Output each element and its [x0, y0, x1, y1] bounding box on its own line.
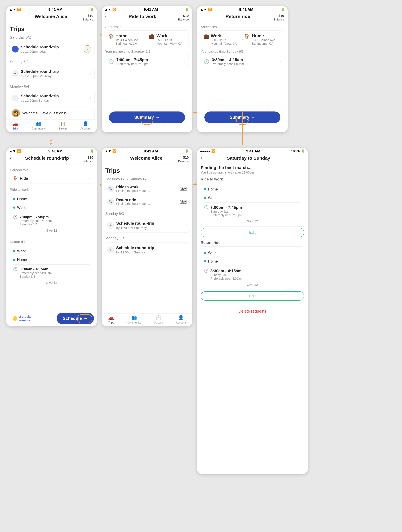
nav-community-1[interactable]: 👥 Community [32, 121, 46, 130]
battery-2: 🔋 [185, 7, 189, 12]
trip-info-2: Schedule round-trip by 12:00pm Saturday [21, 69, 90, 78]
give-return-6: Give $2 [204, 282, 301, 287]
nav-label-stream-1: Stream [59, 127, 68, 130]
home-dot-4 [13, 198, 15, 200]
work-dot-4b [13, 250, 15, 252]
phone-1: ▲▼ 🛜 9:41 AM 🔋 Welcome Alice $10 Balance… [6, 6, 97, 133]
welcome-text-1: Welcome! Have questions? [22, 111, 67, 115]
home-icon-3: 🏠 [245, 33, 250, 39]
summary-arrow-3: → [251, 115, 255, 120]
battery-6: 100% 🔋 [291, 149, 305, 153]
return-sub-5: Finding the best match... [116, 202, 180, 206]
signal-icons-3: ▲▼ 🛜 [200, 7, 212, 12]
date-section-3: Monday 6/4 [6, 82, 97, 89]
pickup-label-2: Your pickup time Saturday 6/2 [105, 50, 189, 54]
nav-trips-5[interactable]: 🚗 Trips [108, 315, 114, 324]
top-bar-5: Welcome Alice $10 Balance [101, 154, 192, 165]
clock-icon-2: 🕐 [108, 59, 114, 64]
page-title-4: Schedule round-trip [11, 156, 83, 161]
seat-icon-4: 🪑 [13, 176, 18, 181]
address-divider-2: › [145, 37, 149, 42]
phone-4: ▲▼ 🛜 9:41 AM 🔋 ‹ Schedule round-trip $10… [6, 148, 97, 326]
date-section-5b: Sunday 6/3 [101, 209, 192, 217]
stream-icon-5: 📋 [156, 315, 161, 320]
return-ride-header-6: Return ride [201, 241, 304, 245]
edit-button-6a[interactable]: Edit [201, 228, 304, 237]
view-button-5b[interactable]: View [180, 200, 187, 203]
top-bar-6: ‹ Saturday to Sunday [197, 154, 308, 162]
pickup-chevron-3: › [280, 59, 281, 64]
nav-community-5[interactable]: 👥 Community [127, 315, 141, 324]
return-ride-row-5[interactable]: 🔍 Return ride Finding the best match... … [104, 195, 190, 208]
trip-title-5b: Schedule round-trip [116, 221, 185, 226]
view-button-5a[interactable]: View [180, 187, 187, 191]
address-to-3: 🏠 Home 1261 Balboa Ave Burlingame, CA [245, 33, 282, 45]
chevron-5b: › [185, 223, 187, 228]
time-5: 9:41 AM [144, 149, 158, 153]
trip-card-2[interactable]: + Schedule round-trip by 12:00pm Saturda… [9, 66, 94, 81]
nav-trips-1[interactable]: 🚗 Trips [13, 121, 19, 130]
ride-to-work-card-6: Home Work 🕐 7:00pm - 7:45pm Saturday 6/2… [201, 183, 304, 227]
role-chevron-4: › [89, 177, 90, 180]
address-divider-3: › [240, 37, 244, 42]
date-section-2: Sunday 6/3 [6, 57, 97, 65]
carpool-role-card[interactable]: 🪑 Ride › [10, 173, 93, 184]
back-button-4[interactable]: ‹ [10, 156, 11, 160]
return-time-4: 3:30am - 4:15am [19, 267, 52, 271]
back-button-6[interactable]: ‹ [201, 156, 202, 160]
return-ride-card-4: Work Home 🕐 3:30am - 4:15am Preferably n… [10, 245, 93, 288]
time-1: 9:41 AM [48, 7, 62, 12]
divider-4a [13, 212, 90, 212]
home-dot-4b [13, 259, 15, 261]
finding-section-6: Finding the best match... You'll be upda… [197, 162, 308, 176]
pickup-time-row-3[interactable]: 🕐 3:30am - 4:15am Preferably near 4:00am… [201, 55, 284, 68]
work-label-4: Work [17, 205, 26, 210]
schedule-arrow-4: → [83, 316, 88, 321]
balance-label-1: Balance [83, 18, 93, 21]
summary-label-3: Summary [230, 115, 249, 120]
arrow-down-4 [51, 133, 51, 142]
route-line-6b [206, 255, 206, 259]
nav-label-community-5: Community [127, 321, 141, 324]
trip-card-3[interactable]: + Schedule round-trip by 12:00pm Sunday … [9, 91, 94, 105]
home-label-6b: Home [208, 259, 218, 263]
summary-button-2[interactable]: Summary → [109, 112, 185, 123]
edit-button-6b[interactable]: Edit [201, 291, 304, 301]
ride-to-work-card-4: Home Work 🕐 7:00pm - 7:45pm Preferably n… [10, 193, 93, 236]
battery-4: 🔋 [90, 149, 94, 153]
from-line2-2: Burlingame, CA [115, 42, 139, 45]
work-label-4b: Work [17, 249, 26, 253]
trips-header-1: Trips [10, 25, 93, 32]
route-line-4b [15, 254, 15, 257]
community-icon-5: 👥 [131, 315, 137, 320]
ride-to-work-row-5[interactable]: 🔍 Ride to work Finding the best match...… [104, 182, 190, 195]
nav-stream-1[interactable]: 📋 Stream [59, 121, 68, 130]
trip-card-5c[interactable]: + Schedule round-trip by 12:00pm Sunday … [104, 242, 190, 257]
back-button-3[interactable]: ‹ [201, 14, 202, 19]
pickup-time-row-2[interactable]: 🕐 7:00pm - 7:45pm Preferably near 7:15pm… [105, 55, 188, 68]
work-date-4: Saturday 6/2 [19, 223, 52, 226]
trip-card-5b[interactable]: + Schedule round-trip by 12:00pm Saturda… [104, 218, 190, 233]
battery-3: 🔋 [281, 7, 285, 12]
address-row-3: 💼 Work 350 Ellis St Mountain View, CA › … [201, 31, 284, 48]
from-line2-3: Mountain View, CA [211, 42, 237, 45]
trip-card-1[interactable]: + Schedule round-trip by 12:00pm today › [9, 42, 94, 56]
nav-stream-5[interactable]: 📋 Stream [154, 315, 163, 324]
page-title-2: Ride to work [107, 14, 178, 19]
nav-account-1[interactable]: 👤 Account [81, 121, 90, 130]
delete-button-6[interactable]: Delete requests [201, 306, 304, 317]
return-time-6: 3:30am - 4:15am [210, 269, 243, 273]
battery-5: 🔋 [185, 149, 189, 153]
arrow-1h [97, 35, 102, 35]
to-line2-3: Burlingame, CA [252, 42, 275, 45]
account-icon-1: 👤 [83, 121, 88, 127]
back-button-2[interactable]: ‹ [105, 14, 107, 19]
nav-label-stream-5: Stream [154, 321, 163, 324]
signal-icons-6: ●●●●● 🛜 [200, 149, 215, 153]
from-name-2: Home [115, 33, 139, 38]
from-line1-3: 350 Ellis St [211, 38, 237, 42]
nav-account-5[interactable]: 👤 Account [176, 315, 186, 324]
ride-to-work-label-4: Ride to work [10, 186, 93, 193]
schedule-button-4[interactable]: Schedule → [57, 313, 94, 324]
work-label-6a: Work [208, 196, 217, 200]
